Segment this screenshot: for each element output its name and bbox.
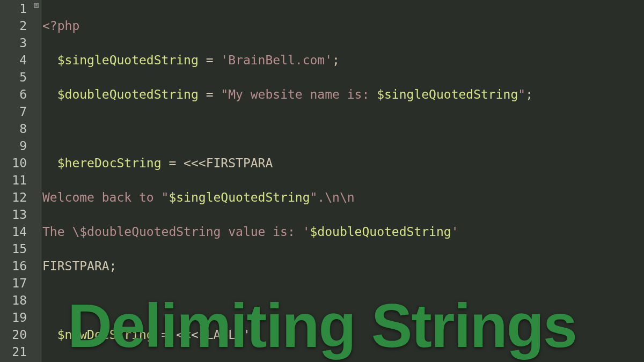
code-line: Welcome back to "$singleQuotedString".\n…: [42, 189, 533, 206]
variable: $nowDocString: [57, 328, 154, 342]
line-number: 21: [0, 343, 27, 360]
code-line: <?php: [42, 17, 533, 34]
line-number: 13: [0, 206, 27, 223]
line-number: 9: [0, 137, 27, 154]
line-number: 4: [0, 51, 27, 69]
code-line: [42, 120, 533, 137]
variable-in-string: $doubleQuotedString: [310, 225, 451, 239]
code-line: $hereDocString = <<<FIRSTPARA: [42, 154, 533, 172]
variable: $hereDocString: [57, 156, 162, 170]
line-number: 6: [0, 86, 27, 103]
line-number: 10: [0, 154, 27, 172]
fold-toggle-icon[interactable]: ⊟: [34, 3, 39, 8]
escape-sequence: \n\n: [325, 190, 354, 204]
code-editor: 1 2 3 4 5 6 7 8 9 10 11 12 13 14 15 16 1…: [0, 0, 644, 362]
string-literal: 'BrainBell.com': [221, 53, 332, 67]
string-literal: "My website name is:: [221, 87, 377, 101]
fold-column: ⊟: [32, 0, 41, 362]
line-number: 12: [0, 189, 27, 206]
line-number: 18: [0, 292, 27, 309]
line-number: 19: [0, 309, 27, 326]
code-line: $doubleQuotedString = "My website name i…: [42, 86, 533, 103]
line-number: 8: [0, 120, 27, 137]
code-line: FIRSTPARA;: [42, 257, 533, 275]
variable-in-string: $singleQuotedString: [377, 87, 518, 101]
variable: $singleQuotedString: [57, 53, 199, 67]
code-line: The \$doubleQuotedString value is: '$dou…: [42, 223, 533, 240]
line-number: 20: [0, 326, 27, 343]
code-line: [42, 292, 533, 309]
line-number: 11: [0, 172, 27, 189]
variable: $doubleQuotedString: [57, 87, 199, 101]
line-number: 15: [0, 240, 27, 257]
heredoc-close: FIRSTPARA;: [42, 259, 116, 273]
line-number: 5: [0, 69, 27, 86]
php-open-tag: <?php: [42, 19, 79, 33]
code-line: $nowDocString = <<<'LABLE': [42, 326, 533, 343]
line-number: 2: [0, 17, 27, 34]
line-number: 3: [0, 34, 27, 51]
line-number: 17: [0, 275, 27, 292]
line-number: 14: [0, 223, 27, 240]
variable-in-string: $singleQuotedString: [169, 190, 310, 204]
line-number-gutter: 1 2 3 4 5 6 7 8 9 10 11 12 13 14 15 16 1…: [0, 0, 32, 362]
nowdoc-open: = <<<'LABLE': [154, 328, 251, 342]
line-number: 1: [0, 0, 27, 17]
code-line: $singleQuotedString = 'BrainBell.com';: [42, 51, 533, 69]
heredoc-open: = <<<FIRSTPARA: [162, 156, 273, 170]
line-number: 7: [0, 103, 27, 120]
line-number: 16: [0, 257, 27, 275]
code-area[interactable]: <?php $singleQuotedString = 'BrainBell.c…: [41, 0, 533, 362]
escape-sequence: \$: [72, 225, 87, 239]
